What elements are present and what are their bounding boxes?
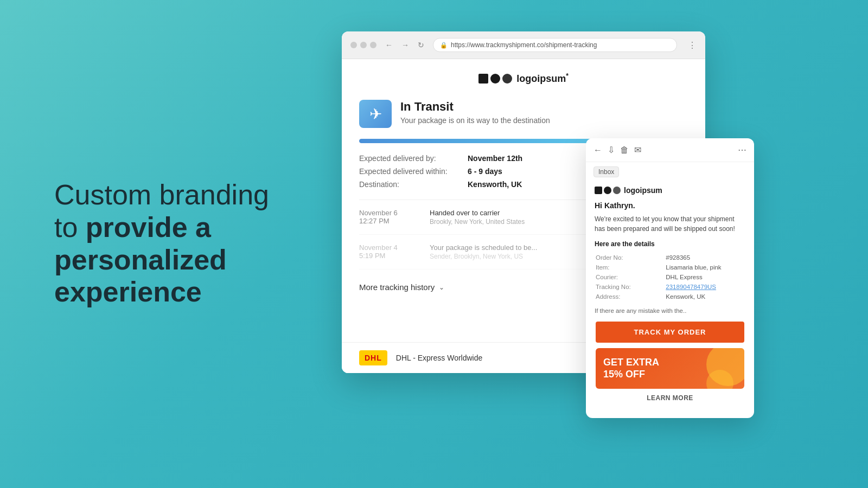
history-event-1: Handed over to carrier Brookly, New York… — [430, 209, 525, 226]
email-panel: ← ⇩ 🗑 ✉ ⋯ Inbox logoipsum Hi Kathryn. We… — [586, 138, 754, 418]
dot-green — [370, 42, 376, 48]
track-order-button[interactable]: TRACK MY ORDER — [596, 322, 744, 343]
dhl-logo: DHL — [359, 350, 387, 365]
email-logo-text: logoipsum — [624, 186, 662, 195]
tracking-no-value: 231890478479US — [666, 282, 744, 291]
email-body: logoipsum Hi Kathryn. We're excited to l… — [586, 182, 754, 414]
email-more-icon[interactable]: ⋯ — [738, 145, 746, 155]
hero-text-section: Custom branding to provide a personalize… — [54, 179, 315, 309]
history-date-2: November 4 5:19 PM — [359, 243, 419, 260]
email-download-icon[interactable]: ⇩ — [608, 145, 615, 155]
logo-shape-square — [478, 74, 488, 84]
transit-subtitle: Your package is on its way to the destin… — [400, 116, 550, 125]
address-row: Address: Kenswork, UK — [596, 292, 744, 301]
logo-shapes — [478, 74, 512, 84]
email-logo-circle2 — [613, 187, 621, 194]
delivered-within-label: Expected delivered within: — [359, 167, 468, 176]
browser-toolbar: ← → ↻ 🔒 https://www.trackmyshipment.co/s… — [342, 31, 705, 59]
courier-value: DHL Express — [666, 273, 744, 281]
carrier-name: DHL - Express Worldwide — [396, 354, 483, 362]
delivered-by-value: November 12th — [468, 154, 522, 163]
email-delete-icon[interactable]: 🗑 — [620, 145, 629, 155]
address-label: Address: — [596, 292, 665, 301]
email-greeting: Hi Kathryn. — [595, 201, 745, 210]
email-logo-square — [595, 187, 602, 194]
headline-bold: provide a personalized experience — [54, 211, 227, 308]
promo-banner[interactable]: GET EXTRA15% OFF — [596, 348, 744, 389]
dot-yellow — [360, 42, 367, 48]
headline-line2: to — [54, 211, 78, 243]
transit-text: In Transit Your package is on its way to… — [400, 100, 550, 125]
url-text: https://www.trackmyshipment.co/shipment-… — [451, 41, 597, 49]
email-details-title: Here are the details — [595, 240, 745, 248]
plane-icon: ✈ — [359, 100, 392, 128]
inbox-badge: Inbox — [593, 166, 619, 177]
dot-red — [350, 42, 357, 48]
email-toolbar: ← ⇩ 🗑 ✉ ⋯ — [586, 138, 754, 162]
order-no-value: #928365 — [666, 253, 744, 262]
lock-icon: 🔒 — [440, 42, 448, 49]
courier-row: Courier: DHL Express — [596, 273, 744, 281]
learn-more-button[interactable]: LEARN MORE — [595, 389, 745, 407]
email-logo-circle1 — [604, 187, 611, 194]
email-logo-shapes — [595, 187, 621, 194]
email-back-icon[interactable]: ← — [593, 145, 602, 155]
browser-navigation: ← → ↻ — [383, 40, 426, 50]
forward-arrow-icon[interactable]: → — [399, 40, 411, 50]
destination-label: Destination: — [359, 180, 468, 189]
promo-text: GET EXTRA15% OFF — [603, 357, 659, 380]
tracking-no-row: Tracking No: 231890478479US — [596, 282, 744, 291]
back-arrow-icon[interactable]: ← — [383, 40, 395, 50]
refresh-icon[interactable]: ↻ — [416, 40, 426, 50]
browser-menu-icon[interactable]: ⋮ — [688, 40, 697, 50]
delivered-by-label: Expected delivered by: — [359, 154, 468, 163]
logo-text: logoipsum* — [516, 72, 569, 85]
address-bar[interactable]: 🔒 https://www.trackmyshipment.co/shipmen… — [433, 38, 677, 52]
history-event-2: Your package is scheduled to be... Sende… — [430, 243, 537, 260]
site-logo-area: logoipsum* — [359, 72, 688, 85]
logo-shape-circle2 — [502, 74, 512, 84]
email-logo-area: logoipsum — [595, 186, 745, 195]
destination-value: Kensworth, UK — [468, 180, 522, 189]
email-footer-text: If there are any mistake with the.. — [595, 307, 745, 314]
window-dots — [350, 42, 376, 48]
hero-headline: Custom branding to provide a personalize… — [54, 179, 315, 309]
email-details-table: Order No: #928365 Item: Lisamaria blue, … — [595, 252, 745, 302]
order-no-label: Order No: — [596, 253, 665, 262]
transit-status-title: In Transit — [400, 100, 550, 114]
address-value: Kenswork, UK — [666, 292, 744, 301]
item-value: Lisamaria blue, pink — [666, 263, 744, 272]
email-intro: We're excited to let you know that your … — [595, 214, 745, 234]
logo-shape-circle1 — [490, 74, 500, 84]
tracking-no-label: Tracking No: — [596, 282, 665, 291]
history-date-1: November 6 12:27 PM — [359, 209, 419, 226]
email-compose-icon[interactable]: ✉ — [634, 145, 641, 155]
item-row: Item: Lisamaria blue, pink — [596, 263, 744, 272]
headline-line1: Custom branding — [54, 179, 269, 210]
delivered-within-value: 6 - 9 days — [468, 167, 502, 176]
item-label: Item: — [596, 263, 665, 272]
courier-label: Courier: — [596, 273, 665, 281]
transit-status-section: ✈ In Transit Your package is on its way … — [359, 100, 688, 128]
chevron-down-icon: ⌄ — [439, 284, 444, 291]
order-no-row: Order No: #928365 — [596, 253, 744, 262]
progress-bar-fill — [359, 139, 596, 143]
